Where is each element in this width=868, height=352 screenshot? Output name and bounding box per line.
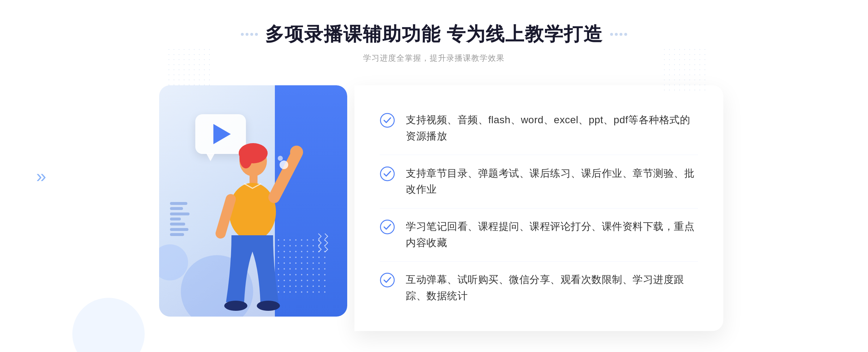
divider-3 <box>380 261 698 262</box>
svg-line-5 <box>274 154 297 197</box>
svg-point-10 <box>280 160 288 169</box>
feature-text-2: 支持章节目录、弹题考试、课后练习、课后作业、章节测验、批改作业 <box>406 166 698 198</box>
title-dot <box>610 33 613 36</box>
svg-point-11 <box>278 156 283 161</box>
title-dot <box>255 33 258 36</box>
feature-item-3: 学习笔记回看、课程提问、课程评论打分、课件资料下载，重点内容收藏 <box>380 211 698 258</box>
main-title: 多项录播课辅助功能 专为线上教学打造 <box>265 22 603 47</box>
title-dots-right <box>610 33 627 36</box>
person-illustration <box>174 129 311 331</box>
feature-item-4: 互动弹幕、试听购买、微信分享、观看次数限制、学习进度跟踪、数据统计 <box>380 265 698 312</box>
title-dot <box>246 33 248 36</box>
svg-point-2 <box>239 147 252 168</box>
title-dots-left <box>241 33 258 36</box>
svg-point-9 <box>257 301 280 311</box>
title-dot <box>250 33 253 36</box>
title-dot <box>620 33 622 36</box>
main-title-row: 多项录播课辅助功能 专为线上教学打造 <box>241 22 627 47</box>
check-circle-icon-2 <box>380 166 395 181</box>
svg-line-7 <box>221 199 231 233</box>
page-circle-decoration <box>72 298 145 352</box>
title-dot <box>615 33 618 36</box>
title-dot <box>241 33 244 36</box>
page-wrapper: 多项录播课辅助功能 专为线上教学打造 学习进度全掌握，提升录播课教学效果 <box>0 0 868 352</box>
feature-text-4: 互动弹幕、试听购买、微信分享、观看次数限制、学习进度跟踪、数据统计 <box>406 272 698 304</box>
check-circle-icon-1 <box>380 113 395 128</box>
dots-decoration-right <box>662 47 705 90</box>
title-dot <box>624 33 627 36</box>
svg-point-8 <box>224 301 247 311</box>
divider-1 <box>380 155 698 155</box>
sub-title: 学习进度全掌握，提升录播课教学效果 <box>241 53 627 64</box>
svg-point-14 <box>380 220 394 234</box>
svg-point-12 <box>380 113 394 127</box>
divider-2 <box>380 208 698 209</box>
page-chevron-left-icon: » <box>36 166 46 186</box>
feature-text-3: 学习笔记回看、课程提问、课程评论打分、课件资料下载，重点内容收藏 <box>406 219 698 251</box>
svg-point-15 <box>380 273 394 287</box>
feature-item-1: 支持视频、音频、flash、word、excel、ppt、pdf等各种格式的资源… <box>380 105 698 152</box>
feature-item-2: 支持章节目录、弹题考试、课后练习、课后作业、章节测验、批改作业 <box>380 158 698 205</box>
dots-decoration-left <box>166 47 210 90</box>
svg-point-4 <box>229 183 276 241</box>
content-area: 支持视频、音频、flash、word、excel、ppt、pdf等各种格式的资源… <box>145 85 723 331</box>
svg-rect-3 <box>250 174 258 184</box>
features-panel: 支持视频、音频、flash、word、excel、ppt、pdf等各种格式的资源… <box>354 85 723 331</box>
check-circle-icon-3 <box>380 219 395 235</box>
svg-point-6 <box>290 146 303 159</box>
svg-point-13 <box>380 167 394 181</box>
illustration-panel <box>145 85 354 331</box>
check-circle-icon-4 <box>380 272 395 288</box>
header-section: 多项录播课辅助功能 专为线上教学打造 学习进度全掌握，提升录播课教学效果 <box>241 22 627 64</box>
feature-text-1: 支持视频、音频、flash、word、excel、ppt、pdf等各种格式的资源… <box>406 112 698 145</box>
